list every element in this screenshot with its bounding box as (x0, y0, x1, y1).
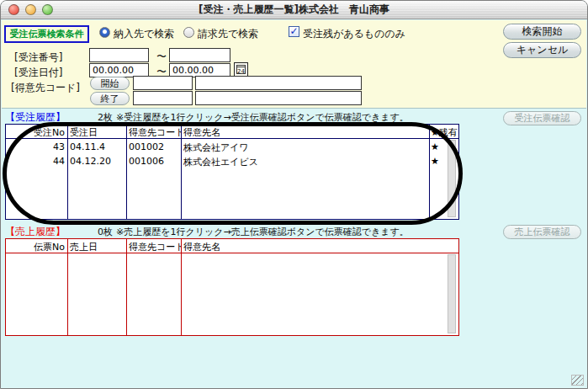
column-header[interactable]: 売上日 (67, 239, 126, 253)
app-window: [受注・売上履歴一覧]株式会社 青山商事 受注伝票検索条件 納入先で検索 請求先… (0, 0, 588, 389)
order-date-label: [受注日付] (14, 66, 62, 80)
search-condition-label: 受注伝票検索条件 (4, 25, 89, 43)
table-cell: 44 (6, 154, 67, 168)
search-start-button[interactable]: 検索開始 (503, 24, 581, 40)
order-history-note: ※受注履歴を1行クリック→受注伝票確認ボタンで伝票確認できます。 (116, 111, 409, 124)
order-table-scrollbar[interactable] (448, 140, 456, 217)
table-row[interactable]: 4404.12.20001006株式会社エイビス★ (6, 154, 458, 168)
sales-history-table: 伝票No売上日得意先コード得意先名 (5, 238, 459, 336)
sales-table-header: 伝票No売上日得意先コード得意先名 (6, 239, 458, 253)
table-cell: 001006 (126, 154, 181, 168)
sales-history-count: 0枚 (87, 226, 113, 238)
customer-code-end-input[interactable] (133, 91, 193, 105)
checkbox-backorder-only-label[interactable]: 受注残があるもののみ (303, 27, 405, 41)
column-header[interactable]: 得意先コード (126, 125, 181, 138)
cancel-button[interactable]: キャンセル (503, 42, 581, 58)
column-header[interactable]: 得意先名 (181, 125, 429, 138)
column-header[interactable]: 得意先コード (126, 239, 181, 253)
sales-history-section-label: 【売上履歴】 (5, 225, 66, 239)
title-bar[interactable]: [受注・売上履歴一覧]株式会社 青山商事 (1, 1, 587, 19)
customer-code-end-button[interactable]: 終了 (90, 92, 130, 105)
customer-name-start-input[interactable] (195, 76, 362, 90)
column-header[interactable]: 受注日 (67, 125, 126, 138)
order-table-body: 4304.11.4001002株式会社アイワ★4404.12.20001006株… (6, 140, 458, 219)
table-row[interactable]: 4304.11.4001002株式会社アイワ★ (6, 140, 458, 154)
tilde-separator: 〜 (156, 50, 167, 64)
column-header[interactable]: ★残有 (429, 125, 459, 138)
calendar-icon[interactable]: 24 (234, 62, 248, 77)
close-button-icon[interactable] (8, 4, 19, 15)
order-table-header: 受注No受注日得意先コード得意先名★残有 (6, 125, 458, 139)
order-history-count: 2枚 (87, 111, 113, 124)
zoom-button-icon[interactable] (42, 4, 53, 15)
table-cell: 04.11.4 (67, 140, 126, 154)
minimize-button-icon[interactable] (25, 4, 36, 15)
radio-search-by-billing[interactable] (183, 27, 194, 38)
radio-search-by-billing-label[interactable]: 請求先で検索 (198, 27, 258, 41)
customer-code-start-input[interactable] (133, 76, 193, 90)
checkbox-backorder-only[interactable]: ✓ (289, 26, 299, 37)
sales-history-note: ※売上履歴を1行クリック→売上伝票確認ボタンで伝票確認できます。 (116, 226, 409, 238)
column-header[interactable]: 受注No (6, 125, 67, 138)
order-no-from-input[interactable] (89, 48, 149, 62)
window-title: [受注・売上履歴一覧]株式会社 青山商事 (1, 1, 587, 19)
column-header[interactable]: 伝票No (6, 239, 67, 253)
table-cell: 43 (6, 140, 67, 154)
window-resize-grip-icon[interactable] (571, 375, 584, 386)
order-slip-confirm-button[interactable]: 受注伝票確認 (503, 111, 581, 125)
order-no-label: [受注番号] (14, 51, 62, 65)
sales-table-body (6, 254, 458, 335)
table-cell: 株式会社エイビス (181, 154, 429, 168)
order-history-section-label: 【受注履歴】 (5, 110, 66, 125)
sales-slip-confirm-button[interactable]: 売上伝票確認 (503, 225, 581, 239)
radio-search-by-delivery-label[interactable]: 納入先で検索 (114, 27, 174, 41)
order-no-to-input[interactable] (169, 48, 230, 62)
customer-code-start-button[interactable]: 開始 (90, 77, 130, 90)
customer-name-end-input[interactable] (195, 91, 362, 105)
table-cell: 001002 (126, 140, 181, 154)
sales-table-scrollbar[interactable] (448, 254, 456, 333)
column-header[interactable]: 得意先名 (181, 239, 458, 253)
customer-code-label: [得意先コード] (11, 81, 80, 95)
table-cell: 株式会社アイワ (181, 140, 429, 154)
radio-search-by-delivery[interactable] (99, 27, 110, 38)
order-history-table: 受注No受注日得意先コード得意先名★残有 4304.11.4001002株式会社… (5, 124, 459, 220)
table-cell: 04.12.20 (67, 154, 126, 168)
